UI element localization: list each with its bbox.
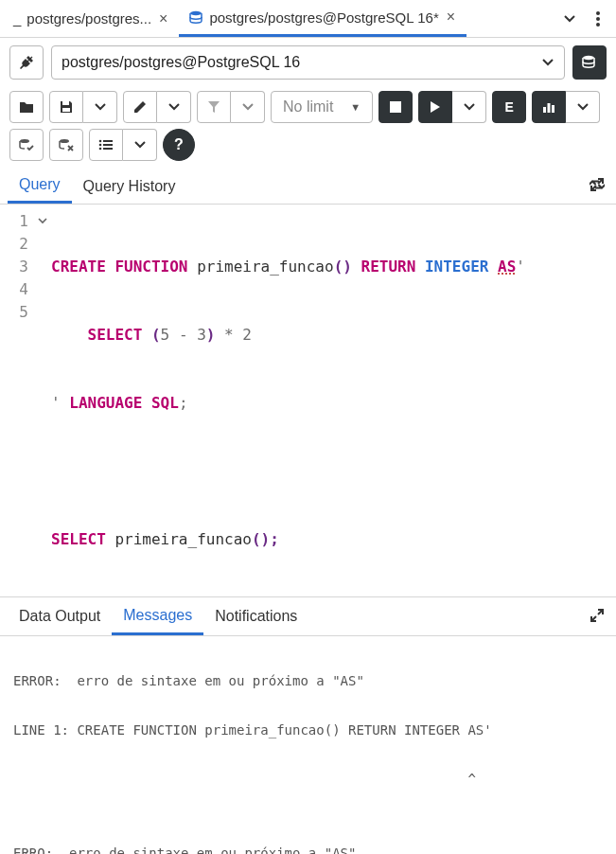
stop-icon <box>390 101 401 113</box>
fold-toggle[interactable] <box>34 210 51 233</box>
svg-point-14 <box>99 140 102 143</box>
svg-rect-8 <box>390 101 401 113</box>
limit-select[interactable]: No limit ▼ <box>271 91 373 123</box>
analyze-dropdown[interactable] <box>566 91 600 123</box>
tab-inactive[interactable]: _ postgres/postgres... × <box>4 0 179 37</box>
svg-point-0 <box>190 11 202 15</box>
tab-messages[interactable]: Messages <box>112 597 203 635</box>
caret-down-icon: ▼ <box>350 101 361 113</box>
code-line: CREATE FUNCTION primeira_funcao() RETURN… <box>51 256 616 278</box>
execute-button[interactable] <box>418 91 452 123</box>
help-icon: ? <box>174 136 184 153</box>
message-line: ERROR: erro de sintaxe em ou próximo a "… <box>13 668 603 693</box>
list-icon <box>98 139 114 151</box>
analyze-button[interactable] <box>532 91 566 123</box>
svg-point-5 <box>583 56 594 60</box>
database-icon <box>581 55 598 70</box>
filter-button[interactable] <box>197 91 231 123</box>
fold-column <box>34 210 51 596</box>
chevron-down-icon <box>133 138 147 151</box>
macros-button[interactable] <box>89 129 123 161</box>
svg-rect-17 <box>103 144 113 146</box>
edit-dropdown[interactable] <box>157 91 191 123</box>
tab-data-output[interactable]: Data Output <box>8 597 112 635</box>
rollback-button[interactable] <box>49 129 83 161</box>
output-tabs: Data Output Messages Notifications <box>0 596 616 636</box>
svg-point-18 <box>99 148 102 151</box>
editor-tabbar: _ postgres/postgres... × postgres/postgr… <box>0 0 616 38</box>
chevron-down-icon <box>463 100 476 114</box>
code-line <box>51 460 616 483</box>
filter-dropdown[interactable] <box>231 91 265 123</box>
svg-point-1 <box>596 11 600 15</box>
messages-panel: ERROR: erro de sintaxe em ou próximo a "… <box>0 636 616 854</box>
svg-rect-19 <box>103 148 113 150</box>
connection-row: postgres/postgres@PostgreSQL 16 <box>0 38 616 87</box>
save-dropdown[interactable] <box>83 91 117 123</box>
chevron-down-icon <box>576 100 590 114</box>
svg-rect-15 <box>103 140 113 142</box>
code-line: SELECT (5 - 3) * 2 <box>51 324 616 347</box>
svg-rect-6 <box>62 101 69 105</box>
tabs-overflow-button[interactable] <box>555 5 584 33</box>
tab-label: postgres/postgres@PostgreSQL 16* <box>209 9 438 26</box>
execute-dropdown[interactable] <box>452 91 486 123</box>
chevron-down-icon <box>241 100 255 114</box>
message-line: ERRO: erro de sintaxe em ou próximo a "A… <box>13 841 603 854</box>
connection-selected-label: postgres/postgres@PostgreSQL 16 <box>62 54 300 71</box>
chevron-down-icon <box>94 100 107 114</box>
svg-rect-9 <box>543 107 546 113</box>
connection-status-button[interactable] <box>9 45 44 80</box>
message-line: LINE 1: CREATE FUNCTION primeira_funcao(… <box>13 718 603 742</box>
limit-label: No limit <box>283 98 333 116</box>
commit-button[interactable] <box>9 129 44 161</box>
help-button[interactable]: ? <box>163 129 195 161</box>
close-icon[interactable]: × <box>445 9 457 26</box>
open-file-button[interactable] <box>9 91 44 123</box>
play-icon <box>430 100 441 114</box>
expand-icon <box>590 608 605 623</box>
svg-point-16 <box>99 144 102 147</box>
bar-chart-icon <box>542 101 555 113</box>
chevron-down-icon <box>541 56 554 69</box>
svg-rect-7 <box>62 108 70 112</box>
message-line: ^ <box>13 767 603 792</box>
connection-select[interactable]: postgres/postgres@PostgreSQL 16 <box>51 45 565 80</box>
explain-button[interactable]: E <box>492 91 526 123</box>
svg-rect-11 <box>552 105 554 113</box>
tab-active[interactable]: postgres/postgres@PostgreSQL 16* × <box>179 0 466 37</box>
tab-query[interactable]: Query <box>8 169 72 204</box>
expand-editor-button[interactable] <box>586 173 608 199</box>
svg-rect-10 <box>548 103 551 113</box>
svg-point-2 <box>596 17 600 21</box>
explain-icon: E <box>505 99 514 115</box>
tab-label: postgres/postgres... <box>26 10 151 27</box>
database-icon <box>188 10 203 24</box>
pencil-icon <box>133 100 147 114</box>
save-button[interactable] <box>49 91 83 123</box>
edit-button[interactable] <box>123 91 157 123</box>
new-connection-button[interactable] <box>572 45 607 80</box>
funnel-icon <box>207 100 220 114</box>
macros-dropdown[interactable] <box>123 129 157 161</box>
close-icon[interactable]: × <box>157 10 169 27</box>
chevron-down-icon <box>38 217 47 226</box>
toolbar: No limit ▼ E <box>0 87 616 169</box>
chevron-down-icon <box>167 100 181 114</box>
tab-notifications[interactable]: Notifications <box>203 597 308 635</box>
expand-output-button[interactable] <box>586 604 608 630</box>
svg-point-13 <box>60 139 69 143</box>
plug-icon <box>18 54 35 71</box>
tab-query-history[interactable]: Query History <box>72 169 187 204</box>
folder-icon <box>19 100 34 114</box>
code-area[interactable]: CREATE FUNCTION primeira_funcao() RETURN… <box>51 210 616 596</box>
query-tabs: Query Query History <box>0 169 616 205</box>
expand-icon <box>590 177 605 192</box>
svg-point-12 <box>20 139 29 143</box>
code-line: SELECT primeira_funcao(); <box>51 528 616 551</box>
line-gutter: 1 2 3 4 5 <box>0 210 34 596</box>
sql-editor[interactable]: 1 2 3 4 5 CREATE FUNCTION primeira_funca… <box>0 205 616 596</box>
kebab-menu-icon[interactable] <box>584 5 612 33</box>
stop-button[interactable] <box>378 91 413 123</box>
database-x-icon <box>58 138 75 151</box>
